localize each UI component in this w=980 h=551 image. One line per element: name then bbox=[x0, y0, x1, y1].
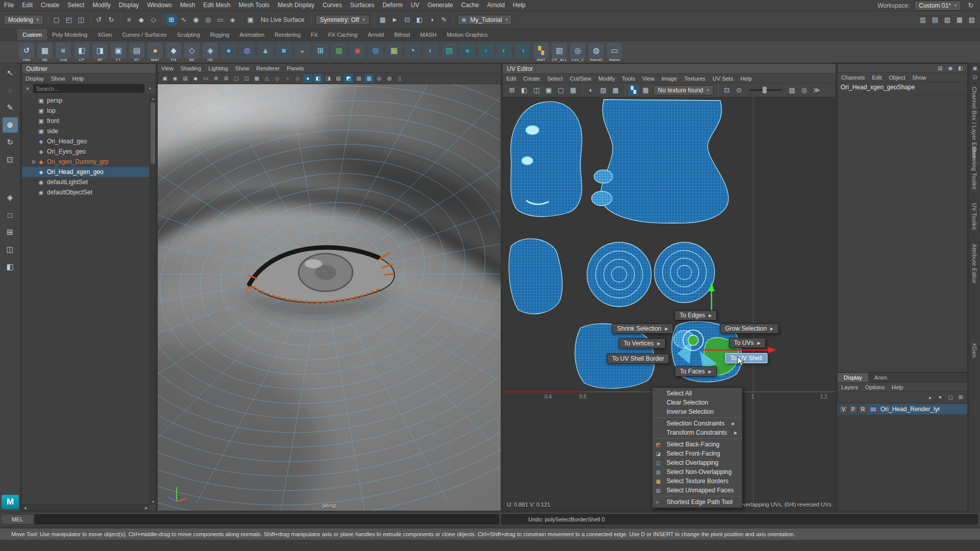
save-scene-icon[interactable]: ◫ bbox=[76, 14, 87, 26]
hypershade-icon[interactable]: ◧ bbox=[414, 14, 425, 26]
paint-select-tool[interactable]: ✎ bbox=[3, 100, 18, 115]
shelf-button-cp[interactable]: ◧CP bbox=[73, 42, 90, 62]
shelf-button-16[interactable]: ⊞ bbox=[312, 42, 329, 62]
menu-select[interactable]: Select bbox=[63, 0, 88, 11]
slider-thumb[interactable] bbox=[763, 87, 767, 93]
shelf-button-17[interactable]: ▩ bbox=[330, 42, 348, 62]
menu-display[interactable]: Display bbox=[115, 0, 143, 11]
outliner-item-ori-head-xgen-geo[interactable]: ◈Ori_Head_xgen_geo bbox=[22, 167, 150, 177]
layer-visibility-toggle[interactable]: V bbox=[839, 405, 848, 413]
menu-deform[interactable]: Deform bbox=[378, 0, 406, 11]
lasso-select-tool[interactable]: ◌ bbox=[3, 83, 18, 98]
shelf-tab-arnold[interactable]: Arnold bbox=[362, 29, 389, 40]
uv-menu-image[interactable]: Image bbox=[658, 74, 681, 83]
unpin-uv-icon[interactable]: ▢ bbox=[555, 85, 567, 96]
resolution-gate-icon[interactable]: ◫ bbox=[242, 74, 251, 83]
shelf-button-27[interactable]: ◑ bbox=[514, 42, 531, 62]
channel-menu-edit[interactable]: Edit bbox=[868, 73, 885, 82]
uv-menu-modify[interactable]: Modify bbox=[595, 74, 618, 83]
motion-blur-icon[interactable]: ▨ bbox=[354, 74, 363, 83]
uv-menu-select[interactable]: Select bbox=[544, 74, 567, 83]
expand-toolbar-icon[interactable]: ≫ bbox=[811, 85, 822, 96]
uv-menu-cut-sew[interactable]: Cut/Sew bbox=[567, 74, 595, 83]
context-item-select-overlapping[interactable]: ◫Select Overlapping bbox=[652, 458, 742, 467]
menu-cache[interactable]: Cache bbox=[457, 0, 483, 11]
menu-curves[interactable]: Curves bbox=[318, 0, 346, 11]
outliner-menu-show[interactable]: Show bbox=[47, 74, 69, 83]
field-chart-icon[interactable]: △ bbox=[262, 74, 272, 83]
smooth-shade-icon[interactable]: ● bbox=[303, 74, 312, 83]
shelf-tab-animation[interactable]: Animation bbox=[234, 29, 270, 40]
search-input[interactable]: Search... bbox=[33, 84, 144, 93]
snap-uv-icon[interactable]: ▦ bbox=[568, 85, 579, 96]
context-item-select-texture-borders[interactable]: ▦Select Texture Borders bbox=[652, 477, 742, 486]
menu-modify[interactable]: Modify bbox=[88, 0, 114, 11]
shelf-button-22[interactable]: ◐ bbox=[422, 42, 439, 62]
project-select[interactable]: ◉My_Tutorial▾ bbox=[457, 15, 512, 25]
shape-node-row[interactable]: Ori_Head_xgen_geoShape bbox=[838, 82, 967, 92]
uv-menu-textures[interactable]: Textures bbox=[680, 74, 709, 83]
shelf-button-rt[interactable]: ▤RT bbox=[128, 42, 145, 62]
shelf-tab-poly-modeling[interactable]: Poly Modeling bbox=[47, 29, 92, 40]
outliner-item-defaultobjectset[interactable]: ◉defaultObjectSet bbox=[22, 187, 150, 197]
gate-mask-icon[interactable]: ▩ bbox=[252, 74, 261, 83]
snap-to-projected-center-icon[interactable]: ◎ bbox=[203, 14, 214, 26]
marking-item-to-uv-shell-border[interactable]: To UV Shell Border bbox=[607, 354, 669, 364]
single-pane-layout[interactable]: □ bbox=[3, 207, 18, 222]
uv-shell-head-back[interactable] bbox=[601, 99, 729, 223]
marking-item-to-uvs[interactable]: To UVs▶ bbox=[729, 338, 766, 348]
shelf-button-rands[interactable]: ◍RandS bbox=[587, 42, 605, 62]
uv-menu-edit[interactable]: Edit bbox=[503, 74, 520, 83]
light-editor-icon[interactable]: ◑ bbox=[426, 14, 437, 26]
marking-item-grow-selection[interactable]: Grow Selection▶ bbox=[720, 323, 779, 334]
shelf-button-hist[interactable]: ↺Hist bbox=[18, 42, 35, 62]
marking-item-to-faces[interactable]: To Faces▶ bbox=[675, 366, 717, 377]
marking-item-to-uv-shell[interactable]: To UV Shell bbox=[725, 353, 768, 363]
x-ray-icon[interactable]: ▯ bbox=[395, 74, 404, 83]
marking-item-to-vertices[interactable]: To Vertices▶ bbox=[619, 338, 666, 348]
menu-uv[interactable]: UV bbox=[407, 0, 424, 11]
outliner-item-front[interactable]: ▣front bbox=[22, 116, 150, 126]
menu-mesh-display[interactable]: Mesh Display bbox=[274, 0, 318, 11]
layer-menu-options[interactable]: Options bbox=[862, 383, 888, 392]
use-default-material-icon[interactable]: ◨ bbox=[324, 74, 333, 83]
channel-sliders-icon[interactable]: ▤ bbox=[936, 64, 945, 72]
checker-map-icon[interactable]: ▚ bbox=[628, 85, 639, 96]
side-tab-xgen[interactable]: XGen bbox=[971, 343, 977, 358]
shelf-tab-mash[interactable]: MASH bbox=[415, 29, 442, 40]
depth-of-field-icon[interactable]: ◎ bbox=[375, 74, 384, 83]
uv-menu-create[interactable]: Create bbox=[520, 74, 544, 83]
scroll-left-icon[interactable]: ◀ bbox=[22, 505, 28, 511]
pixel-snap-icon[interactable]: ▩ bbox=[610, 85, 621, 96]
move-uv-shell-icon[interactable]: ◧ bbox=[519, 85, 530, 96]
screenshot-icon[interactable]: ▣ bbox=[969, 63, 980, 72]
shelf-tab-bifrost[interactable]: Bifrost bbox=[389, 29, 415, 40]
outliner-item-side[interactable]: ▣side bbox=[22, 126, 150, 136]
shelf-tab-xgen[interactable]: XGen bbox=[92, 29, 117, 40]
shelf-button-14[interactable]: ■ bbox=[275, 42, 292, 62]
shelf-button-ft[interactable]: ▣FT bbox=[110, 42, 127, 62]
shelf-tab-curves-surfaces[interactable]: Curves / Surfaces bbox=[117, 29, 172, 40]
ipr-render-icon[interactable]: ► bbox=[389, 14, 401, 26]
shelf-button-12[interactable]: ◍ bbox=[238, 42, 256, 62]
context-item-select-all[interactable]: Select All bbox=[652, 389, 742, 398]
shelf-button-he[interactable]: ◈HE bbox=[202, 42, 219, 62]
uv-shell-face[interactable] bbox=[511, 102, 582, 216]
uv-menu-help[interactable]: Help bbox=[737, 74, 755, 83]
select-camera-icon[interactable]: ▣ bbox=[160, 74, 169, 83]
context-item-select-unmapped-faces[interactable]: ▧Select Unmapped Faces bbox=[652, 486, 742, 495]
workspace-dropdown[interactable]: Custom 01* ▾ bbox=[914, 1, 961, 11]
uv-lattice-icon[interactable]: ⊞ bbox=[506, 85, 518, 96]
outliner-item-top[interactable]: ▣top bbox=[22, 106, 150, 116]
menu-windows[interactable]: Windows bbox=[143, 0, 176, 11]
layer-color-swatch[interactable] bbox=[870, 407, 877, 412]
toggle-outliner-icon[interactable]: ▨ bbox=[966, 14, 977, 26]
shelf-button-fn[interactable]: ◆FN bbox=[165, 42, 182, 62]
snap-to-curve-icon[interactable]: ∿ bbox=[178, 14, 189, 26]
viewport-menu-show[interactable]: Show bbox=[232, 64, 253, 73]
shelf-tab-custom[interactable]: Custom bbox=[17, 29, 47, 40]
channel-menu-channels[interactable]: Channels bbox=[838, 73, 868, 82]
outliner-vertical-scrollbar[interactable]: ▲ ▼ bbox=[150, 95, 156, 505]
shelf-button-21[interactable]: ◔ bbox=[404, 42, 421, 62]
uv-shell-neck[interactable] bbox=[509, 239, 562, 314]
